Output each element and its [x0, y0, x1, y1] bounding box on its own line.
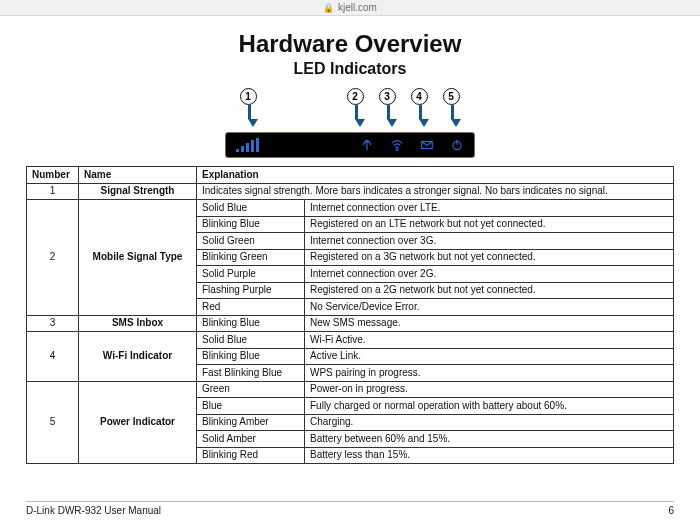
cell-state: Solid Green [197, 233, 305, 250]
cell-explanation: New SMS message. [305, 315, 674, 332]
callout-1: 1 [237, 88, 259, 105]
cell-explanation: Battery between 60% and 15%. [305, 431, 674, 448]
cell-explanation: Indicates signal strength. More bars ind… [197, 183, 674, 200]
col-explanation: Explanation [197, 167, 674, 184]
document-page: Hardware Overview LED Indicators 12345 N… [0, 16, 700, 524]
cell-number: 2 [27, 200, 79, 316]
cell-explanation: WPS pairing in progress. [305, 365, 674, 382]
table-row: 3SMS InboxBlinking BlueNew SMS message. [27, 315, 674, 332]
callout-2: 2 [344, 88, 366, 105]
page-subtitle: LED Indicators [26, 60, 674, 78]
cell-name: Wi-Fi Indicator [79, 332, 197, 382]
table-header-row: Number Name Explanation [27, 167, 674, 184]
cell-state: Green [197, 381, 305, 398]
device-icon-set [360, 138, 464, 152]
cell-name: SMS Inbox [79, 315, 197, 332]
page-title: Hardware Overview [26, 30, 674, 58]
page-footer: D-Link DWR-932 User Manual 6 [26, 501, 674, 516]
table-row: 5Power IndicatorGreenPower-on in progres… [27, 381, 674, 398]
cell-name: Mobile Signal Type [79, 200, 197, 316]
lock-icon: 🔒 [323, 3, 334, 13]
callout-circle: 1 [240, 88, 257, 105]
cell-explanation: Internet connection over 2G. [305, 266, 674, 283]
power-icon [450, 138, 464, 152]
cell-state: Solid Amber [197, 431, 305, 448]
cell-state: Blue [197, 398, 305, 415]
table-row: 4Wi-Fi IndicatorSolid BlueWi-Fi Active. [27, 332, 674, 349]
antenna-icon [360, 138, 374, 152]
cell-explanation: Internet connection over 3G. [305, 233, 674, 250]
cell-name: Signal Strength [79, 183, 197, 200]
cell-explanation: Registered on a 2G network but not yet c… [305, 282, 674, 299]
callout-circle: 4 [411, 88, 428, 105]
callout-circle: 5 [443, 88, 460, 105]
led-diagram: 12345 [26, 88, 674, 158]
cell-state: Blinking Blue [197, 315, 305, 332]
envelope-icon [420, 138, 434, 152]
table-row: 1Signal StrengthIndicates signal strengt… [27, 183, 674, 200]
cell-explanation: Wi-Fi Active. [305, 332, 674, 349]
device-led-panel [225, 132, 475, 158]
cell-explanation: No Service/Device Error. [305, 299, 674, 316]
col-name: Name [79, 167, 197, 184]
cell-state: Flashing Purple [197, 282, 305, 299]
cell-explanation: Registered on a 3G network but not yet c… [305, 249, 674, 266]
cell-explanation: Fully charged or normal operation with b… [305, 398, 674, 415]
cell-state: Solid Blue [197, 200, 305, 217]
svg-point-0 [396, 149, 397, 150]
cell-state: Red [197, 299, 305, 316]
cell-name: Power Indicator [79, 381, 197, 464]
footer-page-number: 6 [668, 505, 674, 516]
url-host: kjell.com [338, 2, 377, 13]
callout-circle: 3 [379, 88, 396, 105]
cell-state: Blinking Amber [197, 414, 305, 431]
cell-explanation: Power-on in progress. [305, 381, 674, 398]
cell-explanation: Charging. [305, 414, 674, 431]
callout-5: 5 [440, 88, 462, 105]
cell-number: 4 [27, 332, 79, 382]
wifi-icon [390, 138, 404, 152]
cell-number: 1 [27, 183, 79, 200]
cell-state: Blinking Green [197, 249, 305, 266]
cell-number: 3 [27, 315, 79, 332]
browser-url-bar: 🔒 kjell.com [0, 0, 700, 16]
cell-explanation: Active Link. [305, 348, 674, 365]
cell-explanation: Registered on an LTE network but not yet… [305, 216, 674, 233]
cell-state: Blinking Blue [197, 348, 305, 365]
cell-state: Fast Blinking Blue [197, 365, 305, 382]
callout-circle: 2 [347, 88, 364, 105]
led-table: Number Name Explanation 1Signal Strength… [26, 166, 674, 464]
cell-state: Solid Blue [197, 332, 305, 349]
cell-explanation: Internet connection over LTE. [305, 200, 674, 217]
cell-state: Blinking Blue [197, 216, 305, 233]
cell-number: 5 [27, 381, 79, 464]
signal-bars-icon [236, 138, 259, 152]
cell-explanation: Battery less than 15%. [305, 447, 674, 464]
callout-4: 4 [408, 88, 430, 105]
cell-state: Blinking Red [197, 447, 305, 464]
footer-manual-title: D-Link DWR-932 User Manual [26, 505, 161, 516]
callout-3: 3 [376, 88, 398, 105]
callout-row: 12345 [225, 88, 475, 132]
table-row: 2Mobile Signal TypeSolid BlueInternet co… [27, 200, 674, 217]
col-number: Number [27, 167, 79, 184]
cell-state: Solid Purple [197, 266, 305, 283]
